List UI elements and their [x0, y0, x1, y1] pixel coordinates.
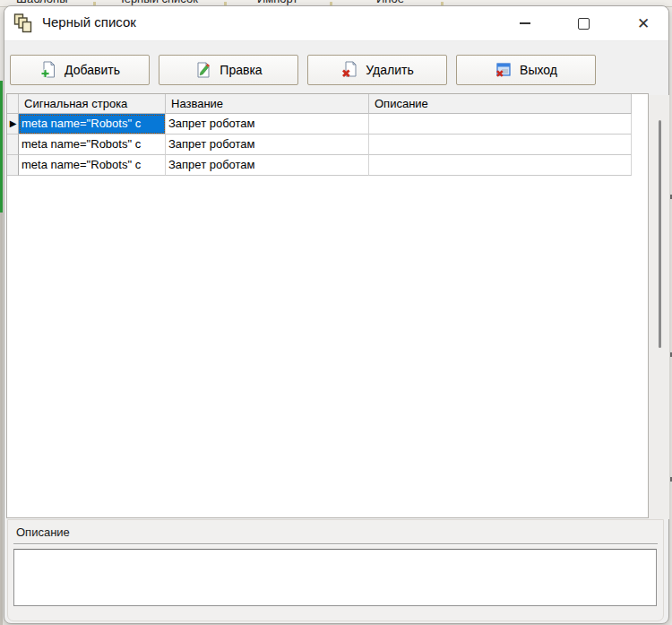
- add-button-label: Добавить: [65, 63, 120, 77]
- grid-header-indicator: [7, 94, 19, 114]
- window-title: Черный список: [42, 14, 136, 30]
- minimize-icon: [520, 22, 530, 24]
- cell-signal[interactable]: meta name="Robots" c: [19, 155, 166, 176]
- background-left-edge: [0, 213, 3, 625]
- row-indicator: [7, 155, 19, 176]
- blacklist-grid: Сигнальная строка Название Описание ▶ me…: [6, 93, 649, 518]
- close-icon: ✕: [637, 16, 650, 31]
- cascading-sheets-icon: [13, 13, 33, 33]
- cell-description[interactable]: [369, 135, 632, 155]
- cell-signal[interactable]: meta name="Robots" c: [19, 135, 166, 155]
- table-row[interactable]: meta name="Robots" c Запрет роботам: [7, 155, 648, 176]
- edit-button[interactable]: Правка: [159, 55, 298, 85]
- exit-icon: [495, 61, 513, 79]
- edit-button-label: Правка: [220, 63, 262, 77]
- background-green-strip: [0, 81, 3, 213]
- blacklist-dialog: Черный список ✕ Добавить Правка Удалить: [4, 5, 669, 624]
- cell-description[interactable]: [369, 155, 632, 176]
- cell-description[interactable]: [369, 114, 632, 135]
- exit-button[interactable]: Выход: [456, 55, 596, 85]
- scrollbar-thumb[interactable]: [659, 120, 661, 348]
- add-record-icon: [39, 61, 57, 79]
- delete-button-label: Удалить: [366, 63, 413, 77]
- add-button[interactable]: Добавить: [10, 55, 150, 85]
- grid-header-row: Сигнальная строка Название Описание: [7, 94, 648, 114]
- minimize-button[interactable]: [506, 9, 544, 38]
- grid-header-name[interactable]: Название: [166, 94, 369, 114]
- table-row[interactable]: meta name="Robots" c Запрет роботам: [7, 135, 648, 155]
- cell-name[interactable]: Запрет роботам: [166, 135, 369, 155]
- edit-record-icon: [194, 61, 212, 79]
- maximize-button[interactable]: [564, 9, 602, 38]
- description-panel: Описание: [7, 519, 664, 621]
- close-button[interactable]: ✕: [625, 9, 662, 38]
- cell-signal[interactable]: meta name="Robots" c: [19, 114, 166, 135]
- cell-name[interactable]: Запрет роботам: [166, 114, 369, 135]
- table-row[interactable]: ▶ meta name="Robots" c Запрет роботам: [7, 114, 648, 135]
- description-memo[interactable]: [13, 549, 657, 606]
- etched-divider: [13, 543, 658, 545]
- maximize-icon: [578, 18, 590, 30]
- delete-record-icon: [340, 61, 358, 79]
- current-row-marker: ▶: [7, 114, 19, 135]
- delete-button[interactable]: Удалить: [307, 55, 447, 85]
- vertical-scrollbar[interactable]: [649, 95, 669, 519]
- row-indicator: [7, 135, 19, 155]
- cell-name[interactable]: Запрет роботам: [166, 155, 369, 176]
- grid-header-description[interactable]: Описание: [369, 94, 632, 114]
- exit-button-label: Выход: [520, 63, 557, 77]
- description-label: Описание: [16, 525, 70, 539]
- grid-header-signal[interactable]: Сигнальная строка: [19, 94, 166, 114]
- title-bar[interactable]: Черный список ✕: [4, 6, 668, 41]
